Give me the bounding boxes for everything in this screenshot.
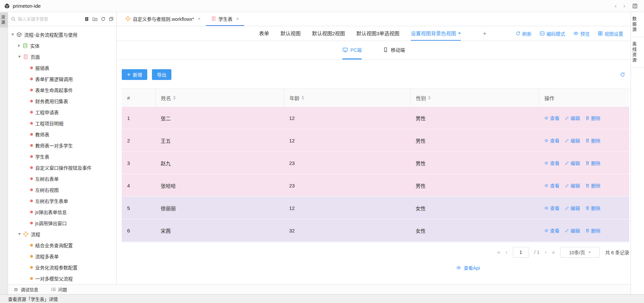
resources-panel-tab[interactable]: 资源 (0, 13, 8, 28)
tree-leaf-page[interactable]: 自定义窗口操作按钮及事件 (8, 162, 116, 173)
next-page-button[interactable]: › (545, 250, 546, 255)
search-input[interactable] (18, 16, 82, 21)
view-row-button[interactable]: 查看 (544, 182, 559, 189)
view-row-button[interactable]: 查看 (544, 160, 559, 166)
page-number-input[interactable]: 1 (513, 247, 529, 258)
view-row-button[interactable]: 查看 (544, 205, 559, 211)
view-tab-background-color[interactable]: 设置视图背景色视图 (411, 26, 461, 41)
edit-row-button[interactable]: 编辑 (565, 137, 580, 144)
left-activity-strip: 资源 (0, 12, 8, 294)
close-tab-icon[interactable]: × (236, 16, 239, 21)
link-label: 查看Api (464, 264, 480, 271)
debug-info-tab[interactable]: 调试信息 (13, 286, 38, 293)
pc-view-tab[interactable]: PC端 (342, 41, 362, 59)
view-tab-default[interactable]: 默认视图 (280, 26, 301, 41)
view-settings-button[interactable]: 视图设置 (598, 30, 623, 37)
tree-leaf-process[interactable]: 业务化流程参数配置 (8, 262, 116, 273)
tree-leaf-page[interactable]: 学生表 (8, 151, 116, 162)
tree-leaf-process[interactable]: 流程多表单 (8, 251, 116, 262)
view-tab-label: 表单 (259, 30, 269, 37)
cell-age: 12 (284, 115, 410, 121)
tree-node-processes[interactable]: 流程 (8, 228, 116, 240)
datasource-panel-tab[interactable]: 数据源 (631, 12, 644, 37)
edit-row-button[interactable]: 编辑 (565, 115, 580, 121)
new-folder-icon[interactable] (92, 16, 98, 21)
view-tab-default2[interactable]: 默认视图2视图 (312, 26, 345, 41)
tree-leaf-page[interactable]: 工程申请表 (8, 106, 116, 118)
close-tab-icon[interactable]: × (198, 16, 201, 21)
delete-row-button[interactable]: 删除 (585, 182, 600, 189)
sort-icon[interactable] (428, 96, 431, 100)
offline-resources-panel-tab[interactable]: 离线资源 (631, 37, 644, 68)
sort-icon[interactable] (173, 96, 176, 100)
reload-tree-icon[interactable] (101, 16, 106, 21)
export-button[interactable]: 导出 (152, 69, 171, 80)
page-size-select[interactable]: 10条/页 (560, 247, 600, 258)
add-button[interactable]: 新增 (122, 69, 147, 80)
edit-row-button[interactable]: 编辑 (565, 160, 580, 166)
tree-leaf-page[interactable]: 教师表一对多学生 (8, 140, 116, 151)
delete-row-button[interactable]: 删除 (585, 227, 600, 234)
history-forward-icon[interactable]: › (623, 3, 625, 9)
red-dot-icon (30, 188, 33, 191)
view-tab-form[interactable]: 表单 (259, 26, 269, 41)
delete-row-button[interactable]: 删除 (585, 115, 600, 121)
caret-down-icon[interactable] (458, 33, 461, 34)
view-row-button[interactable]: 查看 (544, 115, 559, 121)
mobile-view-tab[interactable]: 移动端 (383, 41, 405, 59)
collapse-arrow-icon[interactable] (18, 233, 21, 235)
tree-leaf-page[interactable]: js弹出表单信息 (8, 206, 116, 217)
tree-leaf-page[interactable]: 左树右表单 (8, 173, 116, 184)
column-header-name[interactable]: 姓名 (155, 89, 284, 107)
preview-button[interactable]: 预览 (573, 30, 590, 37)
tree-leaf-page[interactable]: 工程项目明细 (8, 118, 116, 129)
last-page-button[interactable]: » (552, 250, 555, 255)
expand-arrow-icon[interactable] (18, 44, 20, 47)
tree-leaf-page[interactable]: 教师表 (8, 129, 116, 140)
editor-tab-workflow[interactable]: 自定义参与者规则.workflowx* × (120, 12, 206, 26)
tree-node-entities[interactable]: 实体 (8, 40, 116, 51)
cell-index: 5 (122, 205, 155, 211)
sort-icon[interactable] (302, 96, 304, 100)
action-label: 删除 (591, 182, 600, 189)
cell-index: 6 (122, 228, 155, 233)
save-icon[interactable] (632, 3, 638, 9)
prev-page-button[interactable]: ‹ (505, 250, 507, 255)
view-api-link[interactable]: 查看Api (456, 264, 480, 271)
tree-leaf-page[interactable]: 报销表 (8, 62, 116, 73)
delete-row-button[interactable]: 删除 (585, 205, 600, 211)
tree-leaf-process[interactable]: 一对多模型父流程 (8, 273, 116, 284)
tree-leaf-page[interactable]: 表单生命周起事件 (8, 84, 116, 95)
collapse-arrow-icon[interactable] (18, 56, 21, 58)
tree-node-pages[interactable]: 页面 (8, 51, 116, 62)
tree-leaf-page[interactable]: js调用弹出窗口 (8, 217, 116, 228)
first-page-button[interactable]: « (497, 250, 500, 255)
delete-row-button[interactable]: 删除 (585, 160, 600, 166)
tree-leaf-page[interactable]: 财务费用归集表 (8, 95, 116, 106)
edit-row-button[interactable]: 编辑 (565, 227, 580, 234)
delete-row-button[interactable]: 删除 (585, 137, 600, 144)
collapse-arrow-icon[interactable] (11, 34, 14, 36)
column-header-age[interactable]: 年龄 (284, 89, 410, 107)
import-resource-icon[interactable] (84, 16, 89, 21)
problems-tab[interactable]: 问题 (51, 286, 67, 293)
tree-leaf-process[interactable]: 结合业务查询配置 (8, 240, 116, 251)
edit-row-button[interactable]: 编辑 (565, 182, 580, 189)
tree-leaf-page[interactable]: 表单扩展逻辑调用 (8, 73, 116, 84)
refresh-button[interactable]: 刷新 (516, 30, 532, 37)
code-mode-button[interactable]: 编码模式 (540, 30, 565, 37)
tree-leaf-page[interactable]: 左树右视图 (8, 184, 116, 195)
view-row-button[interactable]: 查看 (544, 137, 559, 144)
add-view-button[interactable] (482, 26, 487, 41)
view-tab-default3[interactable]: 默认视图3单选视图 (357, 26, 399, 41)
cell-index: 4 (122, 183, 155, 188)
view-row-button[interactable]: 查看 (544, 227, 559, 234)
tree-node-root[interactable]: 流程-业务流程配置与使用 (8, 29, 116, 40)
editor-tab-student-table[interactable]: 学生表 × (206, 12, 244, 26)
edit-row-button[interactable]: 编辑 (565, 205, 580, 211)
tree-leaf-page[interactable]: 左树右学生表单 (8, 195, 116, 206)
history-back-icon[interactable]: ‹ (615, 3, 617, 9)
column-header-gender[interactable]: 性别 (410, 89, 539, 107)
collapse-all-icon[interactable] (109, 16, 114, 21)
refresh-table-icon[interactable] (620, 72, 629, 77)
